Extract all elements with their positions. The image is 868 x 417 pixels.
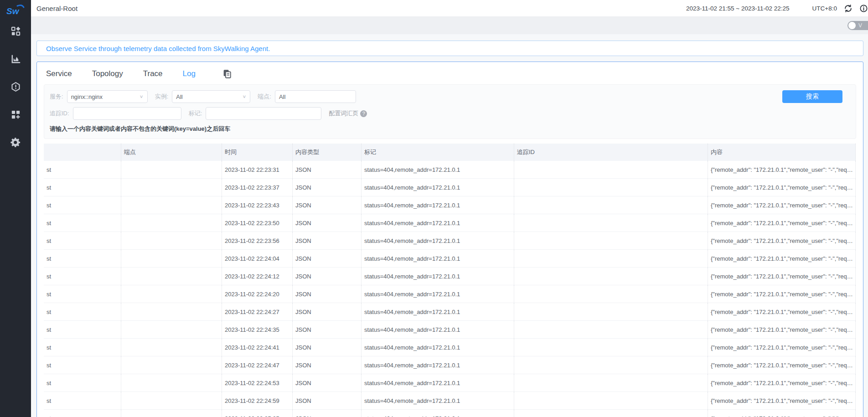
- toggle-knob: [848, 22, 856, 29]
- cell-content-type: JSON: [293, 321, 362, 338]
- sidebar: Sw: [0, 0, 31, 417]
- table-row[interactable]: st 2023-11-02 22:25:05 JSON status=404,r…: [44, 410, 856, 417]
- table-row[interactable]: st 2023-11-02 22:24:59 JSON status=404,r…: [44, 392, 856, 410]
- column-header-time[interactable]: 时间: [222, 144, 293, 161]
- widgets-icon[interactable]: [0, 101, 31, 129]
- cell-service: st: [44, 339, 121, 356]
- table-row[interactable]: st 2023-11-02 22:24:53 JSON status=404,r…: [44, 374, 856, 392]
- skywalking-logo[interactable]: Sw: [5, 3, 26, 17]
- view-toggle-switch[interactable]: V: [847, 21, 868, 30]
- cell-endpoint: [121, 268, 222, 285]
- cell-time: 2023-11-02 22:23:37: [222, 179, 293, 196]
- table-row[interactable]: st 2023-11-02 22:23:31 JSON status=404,r…: [44, 161, 856, 179]
- cell-content: {"remote_addr": "172.21.0.1","remote_use…: [708, 374, 856, 391]
- table-row[interactable]: st 2023-11-02 22:24:27 JSON status=404,r…: [44, 303, 856, 321]
- cell-trace-id: [514, 356, 708, 374]
- cell-tags: status=404,remote_addr=172.21.0.1: [362, 374, 514, 391]
- cell-content: {"remote_addr": "172.21.0.1","remote_use…: [708, 303, 856, 320]
- dashboard-icon[interactable]: [0, 17, 31, 45]
- tag-input[interactable]: [206, 107, 321, 120]
- table-body: st 2023-11-02 22:23:31 JSON status=404,r…: [44, 161, 856, 417]
- cell-trace-id: [514, 339, 708, 356]
- tab-log[interactable]: Log: [183, 69, 196, 78]
- cell-content: {"remote_addr": "172.21.0.1","remote_use…: [708, 179, 856, 196]
- filter-row-1: 服务: nginx::nginx ∨ 实例: All ∨ 端点: All: [50, 90, 849, 103]
- time-range-picker[interactable]: 2023-11-02 21:55 ~ 2023-11-02 22:25: [686, 5, 790, 12]
- refresh-icon[interactable]: [843, 4, 852, 13]
- column-header-endpoint[interactable]: 端点: [121, 144, 222, 161]
- table-row[interactable]: st 2023-11-02 22:24:47 JSON status=404,r…: [44, 356, 856, 374]
- cell-content-type: JSON: [293, 410, 362, 417]
- marketplace-icon[interactable]: [0, 45, 31, 73]
- table-row[interactable]: st 2023-11-02 22:24:41 JSON status=404,r…: [44, 339, 856, 356]
- search-button[interactable]: 搜索: [782, 90, 842, 103]
- cell-tags: status=404,remote_addr=172.21.0.1: [362, 232, 514, 249]
- cell-service: st: [44, 196, 121, 214]
- table-row[interactable]: st 2023-11-02 22:23:56 JSON status=404,r…: [44, 232, 856, 250]
- copy-icon[interactable]: [222, 69, 232, 79]
- instance-select[interactable]: All ∨: [172, 90, 250, 103]
- table-row[interactable]: st 2023-11-02 22:24:20 JSON status=404,r…: [44, 285, 856, 303]
- config-vocabulary-link[interactable]: 配置词汇页: [329, 109, 358, 118]
- cell-content-type: JSON: [293, 268, 362, 285]
- cell-trace-id: [514, 321, 708, 338]
- cell-tags: status=404,remote_addr=172.21.0.1: [362, 250, 514, 267]
- cell-tags: status=404,remote_addr=172.21.0.1: [362, 196, 514, 214]
- cell-content: {"remote_addr": "172.21.0.1","remote_use…: [708, 214, 856, 232]
- cell-trace-id: [514, 214, 708, 232]
- column-header-tags[interactable]: 标记: [362, 144, 514, 161]
- cell-content-type: JSON: [293, 196, 362, 214]
- info-icon[interactable]: [859, 4, 868, 13]
- cell-time: 2023-11-02 22:24:27: [222, 303, 293, 320]
- cell-content-type: JSON: [293, 392, 362, 409]
- column-header-content-type[interactable]: 内容类型: [293, 144, 362, 161]
- banner-link[interactable]: Observe Service through telemetry data c…: [46, 45, 270, 52]
- cell-service: st: [44, 250, 121, 267]
- gear-icon[interactable]: [0, 129, 31, 156]
- cell-tags: status=404,remote_addr=172.21.0.1: [362, 392, 514, 409]
- cell-endpoint: [121, 374, 222, 391]
- tab-topology[interactable]: Topology: [92, 69, 123, 78]
- cell-tags: status=404,remote_addr=172.21.0.1: [362, 285, 514, 303]
- tab-trace[interactable]: Trace: [143, 69, 163, 78]
- alarm-icon[interactable]: [0, 73, 31, 101]
- tab-service[interactable]: Service: [46, 69, 72, 78]
- service-select[interactable]: nginx::nginx ∨: [67, 90, 148, 103]
- cell-endpoint: [121, 179, 222, 196]
- cell-endpoint: [121, 356, 222, 374]
- service-select-value: nginx::nginx: [71, 93, 103, 100]
- cell-trace-id: [514, 161, 708, 178]
- table-row[interactable]: st 2023-11-02 22:23:50 JSON status=404,r…: [44, 214, 856, 232]
- cell-tags: status=404,remote_addr=172.21.0.1: [362, 214, 514, 232]
- service-label: 服务:: [50, 93, 63, 101]
- log-table: 端点 时间 内容类型 标记 追踪ID 内容 st 2023-11-02 22:2…: [44, 144, 856, 417]
- tag-label: 标记:: [189, 109, 202, 118]
- column-header-trace-id[interactable]: 追踪ID: [514, 144, 708, 161]
- trace-id-label: 追踪ID:: [50, 109, 69, 118]
- table-row[interactable]: st 2023-11-02 22:23:37 JSON status=404,r…: [44, 179, 856, 196]
- cell-time: 2023-11-02 22:24:41: [222, 339, 293, 356]
- cell-tags: status=404,remote_addr=172.21.0.1: [362, 410, 514, 417]
- cell-endpoint: [121, 392, 222, 409]
- cell-trace-id: [514, 196, 708, 214]
- column-header-content[interactable]: 内容: [708, 144, 856, 161]
- cell-content-type: JSON: [293, 250, 362, 267]
- help-question-icon[interactable]: ?: [360, 110, 367, 117]
- cell-content: {"remote_addr": "172.21.0.1","remote_use…: [708, 321, 856, 338]
- cell-time: 2023-11-02 22:23:43: [222, 196, 293, 214]
- table-row[interactable]: st 2023-11-02 22:24:04 JSON status=404,r…: [44, 250, 856, 268]
- table-row[interactable]: st 2023-11-02 22:24:12 JSON status=404,r…: [44, 268, 856, 285]
- cell-time: 2023-11-02 22:24:35: [222, 321, 293, 338]
- chevron-down-icon: ∨: [140, 94, 144, 99]
- cell-tags: status=404,remote_addr=172.21.0.1: [362, 268, 514, 285]
- column-header-service[interactable]: [44, 144, 121, 161]
- endpoint-input[interactable]: All: [275, 90, 356, 103]
- cell-endpoint: [121, 321, 222, 338]
- log-filter-card: 服务: nginx::nginx ∨ 实例: All ∨ 端点: All: [44, 84, 856, 139]
- cell-endpoint: [121, 339, 222, 356]
- table-row[interactable]: st 2023-11-02 22:23:43 JSON status=404,r…: [44, 196, 856, 214]
- cell-tags: status=404,remote_addr=172.21.0.1: [362, 303, 514, 320]
- trace-id-input[interactable]: [73, 107, 181, 120]
- table-row[interactable]: st 2023-11-02 22:24:35 JSON status=404,r…: [44, 321, 856, 339]
- chevron-down-icon: ∨: [242, 94, 246, 99]
